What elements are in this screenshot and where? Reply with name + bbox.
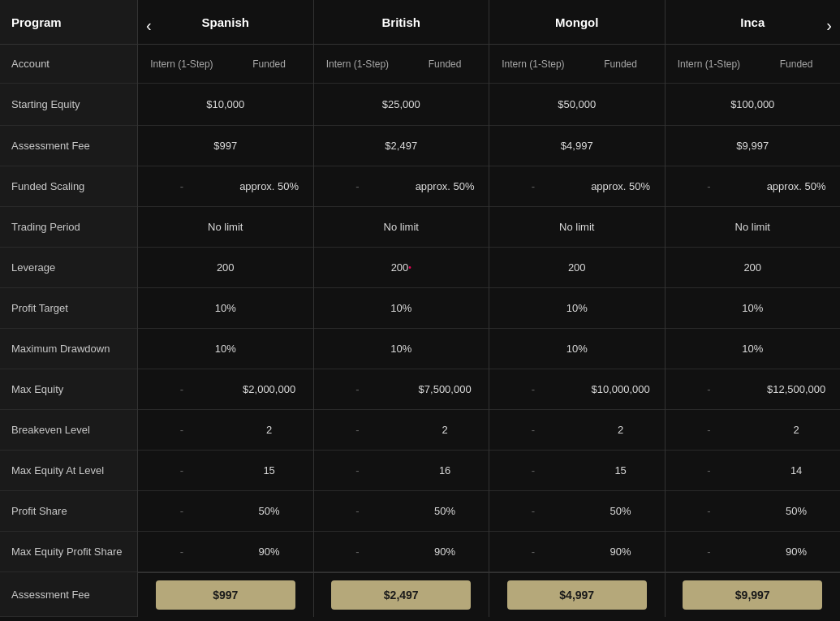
fee-cell-2: $4,997 <box>489 581 665 609</box>
funded-scaling-funded-0: approx. 50% <box>226 166 313 206</box>
sidebar-row-max-eq-profit: Max Equity Profit Share <box>0 532 137 572</box>
profit-target-val-1: 10% <box>314 288 489 328</box>
starting-equity-val-2: $50,000 <box>489 84 665 125</box>
breakeven-funded-1: 2 <box>401 410 489 450</box>
sidebar: Program Account Starting Equity Assessme… <box>0 0 138 617</box>
funded-scaling-intern-1: - <box>314 166 402 206</box>
funded-scaling-funded-1: approx. 50% <box>401 166 489 206</box>
profit-share-row-3: - 50% <box>666 491 841 532</box>
sidebar-row-max-equity: Max Equity <box>0 369 137 410</box>
profit-target-val-3: 10% <box>666 288 841 328</box>
fee-cell-3: $9,997 <box>666 581 841 609</box>
funded-label-2: Funded <box>577 58 665 70</box>
max-eq-profit-row-3: - 90% <box>666 532 841 572</box>
sidebar-header: Program <box>0 0 137 45</box>
sidebar-row-fee-btn: Assessment Fee <box>0 572 137 617</box>
program-col-spanish: Spanish Intern (1-Step) Funded $10,000 $… <box>138 0 314 617</box>
funded-scaling-row-3: - approx. 50% <box>666 166 841 207</box>
max-drawdown-val-3: 10% <box>666 329 841 369</box>
max-eq-level-funded-0: 15 <box>226 451 313 490</box>
breakeven-row-0: - 2 <box>138 410 313 451</box>
max-eq-level-intern-0: - <box>138 451 226 490</box>
sidebar-row-trading-period: Trading Period <box>0 207 137 248</box>
max-equity-row-0: - $2,000,000 <box>138 369 313 410</box>
max-eq-level-row-2: - 15 <box>489 451 665 491</box>
breakeven-funded-0: 2 <box>226 410 313 450</box>
profit-share-row-2: - 50% <box>489 491 665 532</box>
profit-share-funded-2: 50% <box>577 491 665 531</box>
program-col-british: British Intern (1-Step) Funded $25,000 $… <box>314 0 490 617</box>
max-eq-profit-row-0: - 90% <box>138 532 313 572</box>
max-eq-profit-intern-0: - <box>138 532 226 571</box>
max-equity-row-1: - $7,500,000 <box>314 369 489 410</box>
fee-row-1: $2,497 <box>314 572 489 617</box>
max-equity-funded-3: $12,500,000 <box>752 369 840 409</box>
starting-equity-row-3: $100,000 <box>666 84 841 126</box>
leverage-row-1: 200• <box>314 248 489 288</box>
max-drawdown-row-0: 10% <box>138 329 313 369</box>
col-header-0: Spanish <box>138 0 313 45</box>
main-content: ‹ › Spanish Intern (1-Step) Funded $10,0… <box>138 0 840 617</box>
intern-label-2: Intern (1-Step) <box>489 58 577 70</box>
trading-period-val-2: No limit <box>489 207 665 247</box>
trading-period-row-1: No limit <box>314 207 489 248</box>
breakeven-intern-2: - <box>489 410 577 450</box>
fee-cell-1: $2,497 <box>314 581 489 609</box>
max-eq-profit-row-2: - 90% <box>489 532 665 572</box>
assessment-fee-row-0: $997 <box>138 126 313 166</box>
max-equity-intern-3: - <box>666 369 753 409</box>
max-eq-level-intern-2: - <box>489 451 577 490</box>
trading-period-row-2: No limit <box>489 207 665 248</box>
max-equity-row-2: - $10,000,000 <box>489 369 665 410</box>
starting-equity-row-1: $25,000 <box>314 84 489 126</box>
max-equity-funded-0: $2,000,000 <box>226 369 313 409</box>
breakeven-funded-3: 2 <box>752 410 840 450</box>
fee-button-1[interactable]: $2,497 <box>331 580 471 610</box>
sidebar-row-profit-target: Profit Target <box>0 288 137 329</box>
sidebar-row-max-drawdown: Maximum Drawdown <box>0 329 137 369</box>
fee-button-0[interactable]: $997 <box>156 580 295 610</box>
breakeven-row-3: - 2 <box>666 410 841 451</box>
trading-period-row-0: No limit <box>138 207 313 248</box>
max-equity-row-3: - $12,500,000 <box>666 369 841 410</box>
funded-scaling-intern-0: - <box>138 166 226 206</box>
trading-period-val-0: No limit <box>138 207 313 247</box>
max-drawdown-row-2: 10% <box>489 329 665 369</box>
col-header-3: Inca <box>666 0 841 45</box>
nav-left-button[interactable]: ‹ <box>140 13 158 38</box>
sidebar-row-starting-equity: Starting Equity <box>0 84 137 126</box>
profit-share-funded-0: 50% <box>226 491 313 531</box>
sidebar-row-assessment-fee: Assessment Fee <box>0 126 137 166</box>
max-eq-level-funded-1: 16 <box>401 451 489 490</box>
fee-button-3[interactable]: $9,997 <box>683 580 822 610</box>
sidebar-row-breakeven: Breakeven Level <box>0 410 137 451</box>
leverage-val-1: 200• <box>314 248 489 287</box>
leverage-val-0: 200 <box>138 248 313 287</box>
max-drawdown-row-1: 10% <box>314 329 489 369</box>
profit-share-intern-0: - <box>138 491 226 531</box>
fee-button-2[interactable]: $4,997 <box>507 580 647 610</box>
max-eq-profit-funded-0: 90% <box>226 532 313 571</box>
sidebar-row-funded-scaling: Funded Scaling <box>0 166 137 207</box>
intern-label-3: Intern (1-Step) <box>666 58 753 70</box>
trading-period-val-3: No limit <box>666 207 841 247</box>
max-drawdown-row-3: 10% <box>666 329 841 369</box>
max-eq-level-funded-3: 14 <box>752 451 840 490</box>
program-label: Program <box>11 15 62 29</box>
leverage-row-3: 200 <box>666 248 841 288</box>
leverage-row-2: 200 <box>489 248 665 288</box>
max-equity-funded-2: $10,000,000 <box>577 369 665 409</box>
assessment-fee-val-1: $2,497 <box>314 126 489 166</box>
trading-period-val-1: No limit <box>314 207 489 247</box>
sidebar-row-account: Account <box>0 45 137 84</box>
profit-share-row-0: - 50% <box>138 491 313 532</box>
nav-right-button[interactable]: › <box>820 13 838 38</box>
funded-scaling-row-2: - approx. 50% <box>489 166 665 207</box>
profit-target-val-0: 10% <box>138 288 313 328</box>
program-col-mongol: Mongol Intern (1-Step) Funded $50,000 $4… <box>489 0 666 617</box>
max-equity-intern-1: - <box>314 369 402 409</box>
max-eq-level-funded-2: 15 <box>577 451 665 490</box>
profit-share-funded-3: 50% <box>752 491 840 531</box>
max-equity-intern-2: - <box>489 369 577 409</box>
profit-share-row-1: - 50% <box>314 491 489 532</box>
